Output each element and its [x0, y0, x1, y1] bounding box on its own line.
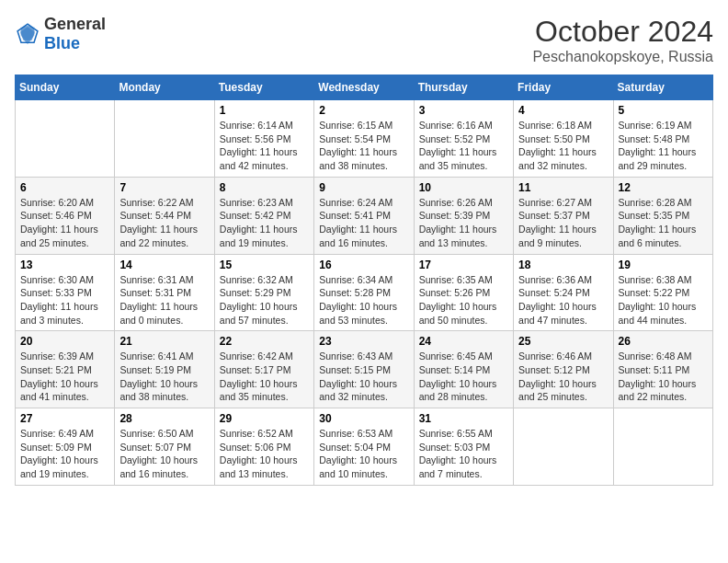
calendar-cell: 28Sunrise: 6:50 AMSunset: 5:07 PMDayligh…: [115, 408, 214, 486]
day-info: Sunrise: 6:22 AMSunset: 5:44 PMDaylight:…: [119, 196, 209, 250]
calendar-week-row: 20Sunrise: 6:39 AMSunset: 5:21 PMDayligh…: [16, 331, 713, 408]
weekday-header-friday: Friday: [514, 75, 613, 100]
day-number: 5: [619, 104, 708, 117]
calendar-cell: 13Sunrise: 6:30 AMSunset: 5:33 PMDayligh…: [16, 254, 115, 331]
calendar-cell: 12Sunrise: 6:28 AMSunset: 5:35 PMDayligh…: [613, 177, 712, 254]
calendar-cell: 21Sunrise: 6:41 AMSunset: 5:19 PMDayligh…: [115, 331, 214, 408]
day-number: 18: [518, 259, 608, 271]
calendar-cell: 4Sunrise: 6:18 AMSunset: 5:50 PMDaylight…: [514, 100, 613, 178]
calendar-cell: 11Sunrise: 6:27 AMSunset: 5:37 PMDayligh…: [514, 177, 613, 254]
calendar-cell: 6Sunrise: 6:20 AMSunset: 5:46 PMDaylight…: [16, 177, 115, 254]
weekday-header-row: SundayMondayTuesdayWednesdayThursdayFrid…: [16, 75, 713, 100]
day-info: Sunrise: 6:23 AMSunset: 5:42 PMDaylight:…: [220, 196, 309, 250]
calendar-cell: 8Sunrise: 6:23 AMSunset: 5:42 PMDaylight…: [214, 177, 313, 254]
day-info: Sunrise: 6:15 AMSunset: 5:54 PMDaylight:…: [319, 119, 408, 173]
calendar-cell: 5Sunrise: 6:19 AMSunset: 5:48 PMDaylight…: [613, 100, 712, 178]
day-info: Sunrise: 6:28 AMSunset: 5:35 PMDaylight:…: [619, 196, 708, 250]
day-number: 26: [619, 335, 708, 348]
day-info: Sunrise: 6:35 AMSunset: 5:26 PMDaylight:…: [419, 273, 508, 327]
day-number: 2: [319, 104, 408, 117]
title-block: October 2024 Peschanokopskoye, Russia: [532, 15, 713, 65]
calendar-cell: 3Sunrise: 6:16 AMSunset: 5:52 PMDaylight…: [414, 100, 513, 178]
day-number: 12: [619, 181, 708, 194]
day-info: Sunrise: 6:42 AMSunset: 5:17 PMDaylight:…: [220, 350, 309, 404]
day-number: 31: [419, 412, 508, 425]
weekday-header-thursday: Thursday: [414, 75, 513, 100]
calendar-cell: 31Sunrise: 6:55 AMSunset: 5:03 PMDayligh…: [414, 408, 513, 486]
day-number: 24: [419, 335, 508, 348]
calendar-cell: 1Sunrise: 6:14 AMSunset: 5:56 PMDaylight…: [214, 100, 313, 178]
day-number: 21: [119, 335, 209, 348]
logo-text: General Blue: [44, 15, 106, 53]
day-number: 4: [518, 104, 608, 117]
calendar-cell: 7Sunrise: 6:22 AMSunset: 5:44 PMDaylight…: [115, 177, 214, 254]
day-number: 27: [20, 412, 109, 425]
day-number: 23: [319, 335, 408, 348]
day-info: Sunrise: 6:34 AMSunset: 5:28 PMDaylight:…: [319, 273, 408, 327]
calendar-cell: 17Sunrise: 6:35 AMSunset: 5:26 PMDayligh…: [414, 254, 513, 331]
logo: General Blue: [15, 15, 106, 53]
day-info: Sunrise: 6:18 AMSunset: 5:50 PMDaylight:…: [518, 119, 608, 173]
calendar-cell: [16, 100, 115, 178]
calendar-cell: 19Sunrise: 6:38 AMSunset: 5:22 PMDayligh…: [613, 254, 712, 331]
logo-blue: Blue: [44, 34, 80, 52]
logo-general: General: [44, 15, 106, 33]
day-info: Sunrise: 6:43 AMSunset: 5:15 PMDaylight:…: [319, 350, 408, 404]
day-info: Sunrise: 6:36 AMSunset: 5:24 PMDaylight:…: [518, 273, 608, 327]
day-number: 15: [220, 259, 309, 271]
day-number: 8: [220, 181, 309, 194]
day-number: 20: [20, 335, 109, 348]
weekday-header-sunday: Sunday: [16, 75, 115, 100]
calendar-cell: 14Sunrise: 6:31 AMSunset: 5:31 PMDayligh…: [115, 254, 214, 331]
day-info: Sunrise: 6:48 AMSunset: 5:11 PMDaylight:…: [619, 350, 708, 404]
day-info: Sunrise: 6:24 AMSunset: 5:41 PMDaylight:…: [319, 196, 408, 250]
day-number: 3: [419, 104, 508, 117]
day-info: Sunrise: 6:16 AMSunset: 5:52 PMDaylight:…: [419, 119, 508, 173]
location-title: Peschanokopskoye, Russia: [532, 49, 713, 65]
weekday-header-saturday: Saturday: [613, 75, 712, 100]
calendar-week-row: 6Sunrise: 6:20 AMSunset: 5:46 PMDaylight…: [16, 177, 713, 254]
day-info: Sunrise: 6:30 AMSunset: 5:33 PMDaylight:…: [20, 273, 109, 327]
day-info: Sunrise: 6:38 AMSunset: 5:22 PMDaylight:…: [619, 273, 708, 327]
day-number: 11: [518, 181, 608, 194]
day-number: 1: [220, 104, 309, 117]
day-info: Sunrise: 6:52 AMSunset: 5:06 PMDaylight:…: [220, 427, 309, 481]
day-info: Sunrise: 6:20 AMSunset: 5:46 PMDaylight:…: [20, 196, 109, 250]
calendar-cell: 15Sunrise: 6:32 AMSunset: 5:29 PMDayligh…: [214, 254, 313, 331]
calendar-cell: [613, 408, 712, 486]
logo-icon: [15, 21, 40, 47]
day-number: 19: [619, 259, 708, 271]
calendar-table: SundayMondayTuesdayWednesdayThursdayFrid…: [15, 75, 713, 486]
day-number: 10: [419, 181, 508, 194]
weekday-header-tuesday: Tuesday: [214, 75, 313, 100]
calendar-cell: 10Sunrise: 6:26 AMSunset: 5:39 PMDayligh…: [414, 177, 513, 254]
day-number: 22: [220, 335, 309, 348]
month-title: October 2024: [532, 15, 713, 49]
calendar-cell: 22Sunrise: 6:42 AMSunset: 5:17 PMDayligh…: [214, 331, 313, 408]
day-info: Sunrise: 6:27 AMSunset: 5:37 PMDaylight:…: [518, 196, 608, 250]
day-info: Sunrise: 6:41 AMSunset: 5:19 PMDaylight:…: [119, 350, 209, 404]
calendar-cell: 26Sunrise: 6:48 AMSunset: 5:11 PMDayligh…: [613, 331, 712, 408]
calendar-week-row: 13Sunrise: 6:30 AMSunset: 5:33 PMDayligh…: [16, 254, 713, 331]
day-number: 16: [319, 259, 408, 271]
day-info: Sunrise: 6:49 AMSunset: 5:09 PMDaylight:…: [20, 427, 109, 481]
calendar-cell: 24Sunrise: 6:45 AMSunset: 5:14 PMDayligh…: [414, 331, 513, 408]
day-info: Sunrise: 6:39 AMSunset: 5:21 PMDaylight:…: [20, 350, 109, 404]
day-number: 6: [20, 181, 109, 194]
day-number: 30: [319, 412, 408, 425]
day-number: 7: [119, 181, 209, 194]
calendar-cell: 16Sunrise: 6:34 AMSunset: 5:28 PMDayligh…: [314, 254, 414, 331]
weekday-header-monday: Monday: [115, 75, 214, 100]
calendar-cell: 9Sunrise: 6:24 AMSunset: 5:41 PMDaylight…: [314, 177, 414, 254]
day-info: Sunrise: 6:45 AMSunset: 5:14 PMDaylight:…: [419, 350, 508, 404]
calendar-cell: [115, 100, 214, 178]
day-info: Sunrise: 6:55 AMSunset: 5:03 PMDaylight:…: [419, 427, 508, 481]
calendar-cell: 2Sunrise: 6:15 AMSunset: 5:54 PMDaylight…: [314, 100, 414, 178]
calendar-cell: [514, 408, 613, 486]
day-info: Sunrise: 6:46 AMSunset: 5:12 PMDaylight:…: [518, 350, 608, 404]
calendar-cell: 30Sunrise: 6:53 AMSunset: 5:04 PMDayligh…: [314, 408, 414, 486]
calendar-week-row: 1Sunrise: 6:14 AMSunset: 5:56 PMDaylight…: [16, 100, 713, 178]
day-info: Sunrise: 6:19 AMSunset: 5:48 PMDaylight:…: [619, 119, 708, 173]
calendar-week-row: 27Sunrise: 6:49 AMSunset: 5:09 PMDayligh…: [16, 408, 713, 486]
day-info: Sunrise: 6:32 AMSunset: 5:29 PMDaylight:…: [220, 273, 309, 327]
